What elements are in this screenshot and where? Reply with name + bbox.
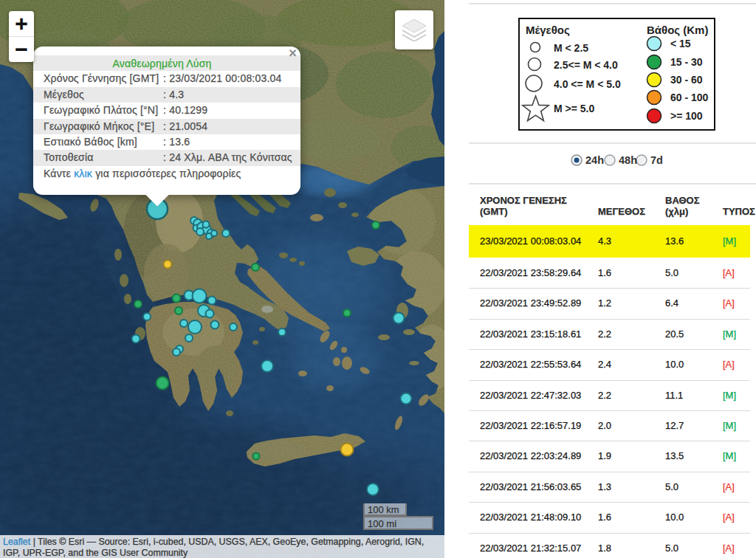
svg-text:48h: 48h	[619, 154, 637, 166]
svg-text:7d: 7d	[650, 154, 663, 166]
svg-text:15 - 30: 15 - 30	[670, 56, 703, 68]
svg-text:Μέγεθος: Μέγεθος	[526, 24, 570, 36]
svg-text:M < 2.5: M < 2.5	[554, 42, 588, 54]
svg-text:Βάθος (Km): Βάθος (Km)	[647, 24, 708, 36]
svg-text:2.5<= M < 4.0: 2.5<= M < 4.0	[554, 59, 618, 71]
svg-text:M >= 5.0: M >= 5.0	[554, 103, 594, 114]
svg-text:>= 100: >= 100	[670, 110, 703, 122]
svg-text:30 - 60: 30 - 60	[670, 74, 703, 86]
svg-text:< 15: < 15	[670, 38, 691, 49]
svg-text:24h: 24h	[585, 154, 604, 166]
svg-text:4.0 <= M < 5.0: 4.0 <= M < 5.0	[554, 78, 621, 90]
svg-text:60 - 100: 60 - 100	[670, 92, 709, 103]
